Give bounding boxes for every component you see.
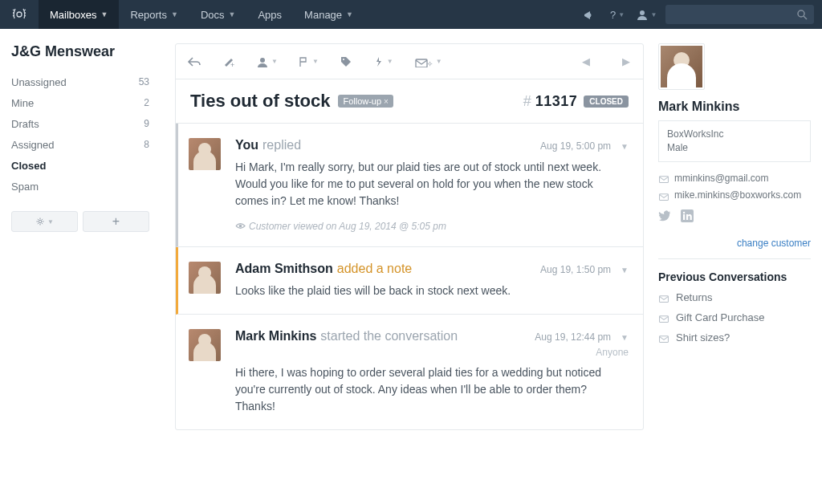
conversation-header: Ties out of stock Follow-up× # 11317 CLO… [176,79,643,124]
message: Adam Smithson added a noteAug 19, 1:50 p… [176,247,643,315]
status-badge: CLOSED [584,96,629,108]
message-text: Hi Mark, I'm really sorry, but our plaid… [235,159,629,209]
remove-tag-icon[interactable]: × [384,97,389,106]
previous-conversation-item[interactable]: Shirt sizes? [658,331,811,343]
note-button[interactable]: + [222,55,235,68]
folder-unassigned[interactable]: Unassigned53 [11,71,149,92]
announcements-icon[interactable] [574,0,603,29]
viewed-indicator: Customer viewed on Aug 19, 2014 @ 5:05 p… [235,221,629,232]
nav-apps[interactable]: Apps [246,0,293,29]
options-button[interactable]: ▼ [414,56,442,67]
sidebar: J&G Menswear Unassigned53Mine2Drafts9Ass… [0,29,161,504]
tag-chip[interactable]: Follow-up× [338,95,393,108]
svg-point-11 [683,212,685,213]
folder-mine[interactable]: Mine2 [11,92,149,113]
nav-manage[interactable]: Manage▼ [293,0,364,29]
folder-closed[interactable]: Closed [11,155,149,176]
svg-point-8 [429,63,431,65]
customer-panel: Mark Minkins BoxWorksInc Male mminkins@g… [644,29,822,504]
previous-conversation-item[interactable]: Returns [658,291,811,303]
change-customer-link[interactable]: change customer [658,238,811,249]
message-text: Looks like the plaid ties will be back i… [235,282,629,299]
status-button[interactable]: ▼ [299,56,319,67]
svg-rect-10 [683,214,685,220]
twitter-icon[interactable] [658,209,676,229]
assign-button[interactable]: ▼ [256,55,278,68]
prev-conversation-button[interactable]: ◀ [580,55,592,67]
nav-docs[interactable]: Docs▼ [189,0,247,29]
caret-down-icon: ▼ [101,10,108,18]
tag-button[interactable] [340,55,352,68]
message-author: Mark Minkins [235,329,316,343]
customer-photo[interactable] [658,43,705,90]
folder-assigned[interactable]: Assigned8 [11,134,149,155]
nav-mailboxes[interactable]: Mailboxes▼ [39,0,119,29]
message: Mark Minkins started the conversationAug… [176,315,643,429]
folder-spam[interactable]: Spam [11,176,149,197]
folder-drafts[interactable]: Drafts9 [11,113,149,134]
thread: You repliedAug 19, 5:00 pm▼Hi Mark, I'm … [176,124,643,429]
conversation-panel: + ▼ ▼ ▼ ▼ ◀ ▶ Ties out of stock Follow-u… [161,29,644,504]
message-action: started the conversation [320,329,458,343]
conversation-toolbar: + ▼ ▼ ▼ ▼ ◀ ▶ [176,44,643,79]
message-action: added a note [337,262,412,276]
caret-down-icon: ▼ [171,10,178,18]
message-subline: Anyone [235,347,629,358]
add-folder-button[interactable]: + [83,211,149,232]
svg-text:+: + [230,61,234,68]
caret-down-icon: ▼ [229,10,236,18]
top-nav: Mailboxes▼ Reports▼ Docs▼ Apps Manage▼ ?… [0,0,822,29]
message-text: Hi there, I was hoping to order several … [235,364,629,415]
mailbox-title: J&G Menswear [11,43,149,60]
linkedin-icon[interactable] [681,209,698,229]
message-action: replied [262,138,301,152]
message-menu[interactable]: ▼ [621,333,629,342]
folder-settings-button[interactable]: ▼ [11,211,78,232]
message-time: Aug 19, 12:44 pm [535,331,611,343]
message-author: You [235,138,258,152]
message-time: Aug 19, 5:00 pm [540,140,611,152]
customer-name: Mark Minkins [658,100,811,114]
message-menu[interactable]: ▼ [621,142,629,151]
svg-point-7 [343,59,344,60]
avatar[interactable] [189,138,221,170]
workflow-button[interactable]: ▼ [373,56,393,67]
svg-point-5 [39,220,42,223]
conversation-title: Ties out of stock [190,91,330,112]
logo[interactable] [0,0,39,29]
caret-down-icon: ▼ [346,10,353,18]
nav-reports[interactable]: Reports▼ [119,0,189,29]
conversation-number: # 11317 [523,93,578,110]
previous-conversation-item[interactable]: Gift Card Purchase [658,311,811,323]
message-menu[interactable]: ▼ [621,266,629,274]
customer-info-box[interactable]: BoxWorksInc Male [658,120,811,162]
reply-button[interactable] [187,55,201,69]
message-author: Adam Smithson [235,262,333,276]
previous-conversations-title: Previous Conversations [658,270,811,283]
message-time: Aug 19, 1:50 pm [540,264,611,275]
message: You repliedAug 19, 5:00 pm▼Hi Mark, I'm … [176,124,643,247]
help-menu[interactable]: ?▼ [603,0,632,29]
avatar[interactable] [189,262,221,294]
user-menu[interactable]: ▼ [632,0,661,29]
avatar[interactable] [189,329,221,361]
search-input[interactable] [665,5,814,24]
customer-email-1[interactable]: mminkins@gmail.com [658,170,811,188]
next-conversation-button[interactable]: ▶ [621,55,632,67]
customer-email-2[interactable]: mike.minkins@boxworks.com [658,187,811,205]
